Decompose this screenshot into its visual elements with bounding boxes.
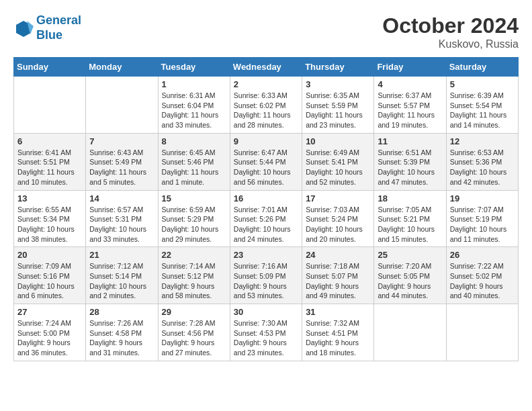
calendar-cell: 15Sunrise: 6:59 AM Sunset: 5:29 PM Dayli… — [158, 190, 230, 247]
calendar-cell: 22Sunrise: 7:14 AM Sunset: 5:12 PM Dayli… — [158, 247, 230, 304]
day-info: Sunrise: 7:22 AM Sunset: 5:02 PM Dayligh… — [450, 261, 515, 301]
day-info: Sunrise: 6:37 AM Sunset: 5:57 PM Dayligh… — [378, 91, 442, 130]
logo: General Blue — [13, 13, 81, 42]
calendar-cell: 10Sunrise: 6:49 AM Sunset: 5:41 PM Dayli… — [302, 133, 374, 190]
calendar-cell: 13Sunrise: 6:55 AM Sunset: 5:34 PM Dayli… — [14, 190, 86, 247]
location: Kuskovo, Russia — [382, 38, 519, 50]
calendar-cell: 9Sunrise: 6:47 AM Sunset: 5:44 PM Daylig… — [230, 133, 302, 190]
calendar-cell: 8Sunrise: 6:45 AM Sunset: 5:46 PM Daylig… — [158, 133, 230, 190]
calendar-week-5: 27Sunrise: 7:24 AM Sunset: 5:00 PM Dayli… — [14, 304, 519, 361]
day-info: Sunrise: 7:16 AM Sunset: 5:09 PM Dayligh… — [234, 261, 298, 301]
day-header-friday: Friday — [374, 58, 446, 77]
day-number: 18 — [378, 193, 442, 203]
day-info: Sunrise: 7:03 AM Sunset: 5:24 PM Dayligh… — [306, 205, 370, 244]
day-number: 24 — [306, 250, 370, 260]
day-number: 19 — [450, 193, 515, 203]
calendar-cell — [14, 77, 86, 134]
calendar-cell: 7Sunrise: 6:43 AM Sunset: 5:49 PM Daylig… — [86, 133, 158, 190]
day-number: 3 — [306, 79, 370, 89]
day-number: 12 — [450, 136, 515, 146]
day-number: 26 — [450, 250, 515, 260]
month-title: October 2024 — [382, 13, 519, 38]
calendar-cell: 17Sunrise: 7:03 AM Sunset: 5:24 PM Dayli… — [302, 190, 374, 247]
day-number: 4 — [378, 79, 442, 89]
calendar-cell: 29Sunrise: 7:28 AM Sunset: 4:56 PM Dayli… — [158, 304, 230, 361]
day-number: 6 — [17, 136, 82, 146]
day-info: Sunrise: 6:57 AM Sunset: 5:31 PM Dayligh… — [89, 205, 154, 244]
day-header-sunday: Sunday — [14, 58, 86, 77]
day-info: Sunrise: 6:43 AM Sunset: 5:49 PM Dayligh… — [89, 148, 154, 187]
day-number: 13 — [17, 193, 82, 203]
day-info: Sunrise: 7:26 AM Sunset: 4:58 PM Dayligh… — [89, 318, 154, 358]
day-info: Sunrise: 6:47 AM Sunset: 5:44 PM Dayligh… — [234, 148, 298, 187]
calendar-cell: 18Sunrise: 7:05 AM Sunset: 5:21 PM Dayli… — [374, 190, 446, 247]
calendar-header-row: SundayMondayTuesdayWednesdayThursdayFrid… — [14, 58, 519, 77]
day-number: 2 — [234, 79, 298, 89]
day-info: Sunrise: 7:05 AM Sunset: 5:21 PM Dayligh… — [378, 205, 442, 244]
calendar-cell: 1Sunrise: 6:31 AM Sunset: 6:04 PM Daylig… — [158, 77, 230, 134]
day-number: 5 — [450, 79, 515, 89]
title-block: October 2024 Kuskovo, Russia — [382, 13, 519, 50]
day-info: Sunrise: 6:33 AM Sunset: 6:02 PM Dayligh… — [234, 91, 298, 130]
calendar-cell — [446, 304, 518, 361]
day-number: 20 — [17, 250, 82, 260]
calendar-cell: 6Sunrise: 6:41 AM Sunset: 5:51 PM Daylig… — [14, 133, 86, 190]
calendar-cell: 14Sunrise: 6:57 AM Sunset: 5:31 PM Dayli… — [86, 190, 158, 247]
day-info: Sunrise: 6:31 AM Sunset: 6:04 PM Dayligh… — [162, 91, 226, 130]
day-info: Sunrise: 7:07 AM Sunset: 5:19 PM Dayligh… — [450, 205, 515, 244]
day-info: Sunrise: 6:55 AM Sunset: 5:34 PM Dayligh… — [17, 205, 82, 244]
day-header-monday: Monday — [86, 58, 158, 77]
day-number: 11 — [378, 136, 442, 146]
day-header-tuesday: Tuesday — [158, 58, 230, 77]
calendar-week-2: 6Sunrise: 6:41 AM Sunset: 5:51 PM Daylig… — [14, 133, 519, 190]
day-number: 29 — [162, 307, 226, 317]
day-number: 8 — [162, 136, 226, 146]
day-number: 16 — [234, 193, 298, 203]
calendar-cell — [374, 304, 446, 361]
day-info: Sunrise: 7:18 AM Sunset: 5:07 PM Dayligh… — [306, 261, 370, 301]
calendar-week-1: 1Sunrise: 6:31 AM Sunset: 6:04 PM Daylig… — [14, 77, 519, 134]
calendar-week-3: 13Sunrise: 6:55 AM Sunset: 5:34 PM Dayli… — [14, 190, 519, 247]
day-number: 9 — [234, 136, 298, 146]
calendar-cell: 11Sunrise: 6:51 AM Sunset: 5:39 PM Dayli… — [374, 133, 446, 190]
day-number: 15 — [162, 193, 226, 203]
calendar-cell: 28Sunrise: 7:26 AM Sunset: 4:58 PM Dayli… — [86, 304, 158, 361]
calendar-cell: 5Sunrise: 6:39 AM Sunset: 5:54 PM Daylig… — [446, 77, 518, 134]
day-number: 1 — [162, 79, 226, 89]
day-info: Sunrise: 7:28 AM Sunset: 4:56 PM Dayligh… — [162, 318, 226, 358]
day-number: 10 — [306, 136, 370, 146]
day-number: 30 — [234, 307, 298, 317]
logo-icon — [13, 18, 34, 38]
day-info: Sunrise: 6:51 AM Sunset: 5:39 PM Dayligh… — [378, 148, 442, 187]
day-number: 14 — [89, 193, 154, 203]
day-number: 7 — [89, 136, 154, 146]
calendar-table: SundayMondayTuesdayWednesdayThursdayFrid… — [13, 57, 519, 361]
calendar-cell: 27Sunrise: 7:24 AM Sunset: 5:00 PM Dayli… — [14, 304, 86, 361]
calendar-cell: 30Sunrise: 7:30 AM Sunset: 4:53 PM Dayli… — [230, 304, 302, 361]
day-number: 21 — [89, 250, 154, 260]
page-header: General Blue October 2024 Kuskovo, Russi… — [13, 13, 519, 50]
day-info: Sunrise: 6:39 AM Sunset: 5:54 PM Dayligh… — [450, 91, 515, 130]
calendar-cell: 24Sunrise: 7:18 AM Sunset: 5:07 PM Dayli… — [302, 247, 374, 304]
day-number: 17 — [306, 193, 370, 203]
day-info: Sunrise: 6:49 AM Sunset: 5:41 PM Dayligh… — [306, 148, 370, 187]
calendar-cell: 2Sunrise: 6:33 AM Sunset: 6:02 PM Daylig… — [230, 77, 302, 134]
day-info: Sunrise: 6:59 AM Sunset: 5:29 PM Dayligh… — [162, 205, 226, 244]
calendar-cell: 31Sunrise: 7:32 AM Sunset: 4:51 PM Dayli… — [302, 304, 374, 361]
day-number: 28 — [89, 307, 154, 317]
day-info: Sunrise: 7:14 AM Sunset: 5:12 PM Dayligh… — [162, 261, 226, 301]
day-header-wednesday: Wednesday — [230, 58, 302, 77]
day-number: 25 — [378, 250, 442, 260]
calendar-cell: 23Sunrise: 7:16 AM Sunset: 5:09 PM Dayli… — [230, 247, 302, 304]
calendar-cell: 26Sunrise: 7:22 AM Sunset: 5:02 PM Dayli… — [446, 247, 518, 304]
day-info: Sunrise: 6:35 AM Sunset: 5:59 PM Dayligh… — [306, 91, 370, 130]
calendar-cell: 3Sunrise: 6:35 AM Sunset: 5:59 PM Daylig… — [302, 77, 374, 134]
calendar-week-4: 20Sunrise: 7:09 AM Sunset: 5:16 PM Dayli… — [14, 247, 519, 304]
day-info: Sunrise: 7:01 AM Sunset: 5:26 PM Dayligh… — [234, 205, 298, 244]
calendar-cell: 12Sunrise: 6:53 AM Sunset: 5:36 PM Dayli… — [446, 133, 518, 190]
calendar-cell: 4Sunrise: 6:37 AM Sunset: 5:57 PM Daylig… — [374, 77, 446, 134]
day-number: 27 — [17, 307, 82, 317]
day-number: 22 — [162, 250, 226, 260]
day-number: 31 — [306, 307, 370, 317]
day-info: Sunrise: 6:45 AM Sunset: 5:46 PM Dayligh… — [162, 148, 226, 187]
